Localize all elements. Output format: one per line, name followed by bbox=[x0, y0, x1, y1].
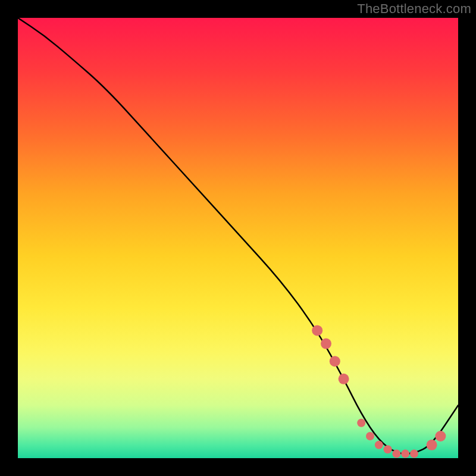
highlight-dot bbox=[321, 339, 331, 349]
highlight-dot bbox=[366, 432, 374, 440]
highlight-dot bbox=[410, 450, 418, 458]
highlight-dot bbox=[375, 441, 383, 449]
highlight-dot bbox=[312, 325, 322, 336]
highlight-dot bbox=[339, 374, 349, 384]
highlight-dot bbox=[427, 440, 437, 450]
chart-frame: TheBottleneck.com bbox=[0, 0, 476, 476]
highlight-dot bbox=[435, 431, 446, 441]
highlight-dot bbox=[330, 356, 340, 367]
highlight-dot bbox=[392, 450, 400, 458]
highlight-dot bbox=[401, 450, 409, 458]
highlight-dot bbox=[357, 419, 365, 427]
highlight-dot bbox=[384, 445, 392, 453]
curve-line bbox=[18, 18, 458, 454]
plot-area bbox=[18, 18, 458, 458]
watermark-text: TheBottleneck.com bbox=[357, 1, 471, 17]
chart-svg bbox=[18, 18, 458, 458]
